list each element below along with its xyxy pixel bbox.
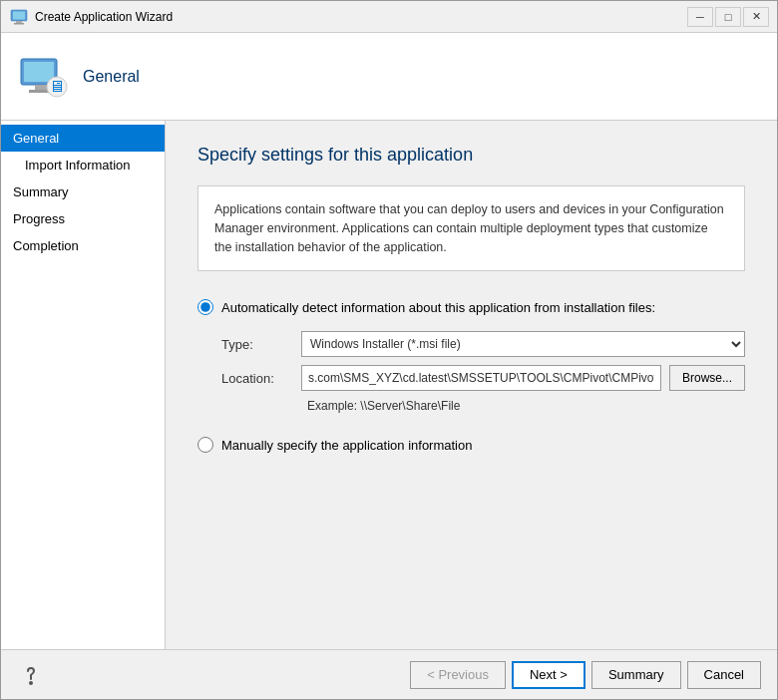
footer: < Previous Next > Summary Cancel: [1, 649, 777, 699]
previous-button[interactable]: < Previous: [410, 661, 506, 689]
sidebar: General Import Information Summary Progr…: [1, 121, 166, 649]
svg-rect-2: [16, 21, 22, 23]
manual-radio-label[interactable]: Manually specify the application informa…: [197, 437, 745, 453]
radio-section: Automatically detect information about t…: [197, 299, 745, 453]
type-row: Type: Windows Installer (*.msi file): [221, 331, 745, 357]
sidebar-item-general[interactable]: General: [1, 125, 165, 152]
auto-detect-fields: Type: Windows Installer (*.msi file) Loc…: [221, 331, 745, 413]
footer-left: [17, 661, 45, 689]
location-label: Location:: [221, 371, 301, 386]
sidebar-item-import-information[interactable]: Import Information: [1, 152, 165, 178]
main-content: Specify settings for this application Ap…: [166, 121, 777, 649]
footer-buttons: < Previous Next > Summary Cancel: [410, 661, 761, 689]
content-area: General Import Information Summary Progr…: [1, 121, 777, 649]
svg-rect-1: [13, 11, 25, 19]
header-title: General: [83, 68, 140, 86]
type-select[interactable]: Windows Installer (*.msi file): [301, 331, 745, 357]
maximize-button[interactable]: □: [715, 7, 741, 27]
manual-radio[interactable]: [197, 437, 213, 453]
titlebar: Create Application Wizard ─ □ ✕: [1, 1, 777, 33]
svg-rect-6: [35, 85, 47, 90]
app-icon: [9, 7, 29, 27]
header-bar: 🖥 General: [1, 33, 777, 121]
page-title: Specify settings for this application: [197, 145, 745, 166]
header-icon: 🖥: [17, 51, 69, 103]
sidebar-item-progress[interactable]: Progress: [1, 205, 165, 232]
example-text: Example: \\Server\Share\File: [307, 399, 745, 413]
cancel-button[interactable]: Cancel: [687, 661, 761, 689]
window-controls: ─ □ ✕: [687, 7, 769, 27]
manual-label: Manually specify the application informa…: [221, 438, 472, 453]
application-window: Create Application Wizard ─ □ ✕ 🖥 Genera…: [0, 0, 778, 700]
type-label: Type:: [221, 337, 301, 352]
sidebar-item-completion[interactable]: Completion: [1, 232, 165, 259]
help-icon[interactable]: [17, 661, 45, 689]
description-text: Applications contain software that you c…: [214, 202, 724, 254]
location-input[interactable]: [301, 365, 661, 391]
description-box: Applications contain software that you c…: [197, 185, 745, 271]
auto-detect-radio-label[interactable]: Automatically detect information about t…: [197, 299, 745, 315]
window-title: Create Application Wizard: [35, 10, 687, 24]
minimize-button[interactable]: ─: [687, 7, 713, 27]
svg-point-10: [29, 681, 33, 685]
auto-detect-radio[interactable]: [197, 299, 213, 315]
browse-button[interactable]: Browse...: [669, 365, 745, 391]
sidebar-item-summary[interactable]: Summary: [1, 178, 165, 205]
svg-text:🖥: 🖥: [49, 78, 65, 95]
svg-rect-3: [14, 23, 24, 25]
auto-detect-label: Automatically detect information about t…: [221, 300, 655, 315]
summary-button[interactable]: Summary: [591, 661, 681, 689]
location-row: Location: Browse...: [221, 365, 745, 391]
close-button[interactable]: ✕: [743, 7, 769, 27]
next-button[interactable]: Next >: [512, 661, 585, 689]
